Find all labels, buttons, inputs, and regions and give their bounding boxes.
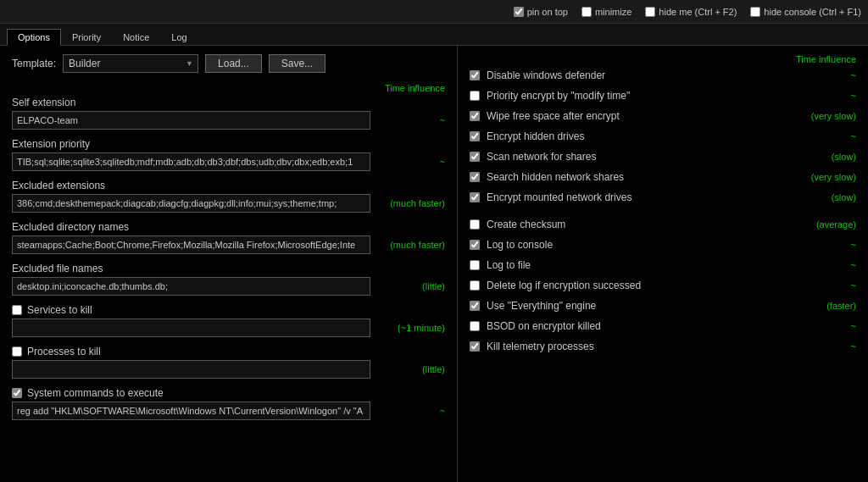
label-text-excluded-extensions: Excluded extensions [12,180,105,191]
label-text-system-commands: System commands to execute [27,387,164,399]
option-note-kill-telemetry-processes: ~ [797,341,856,352]
checkbox-processes-to-kill[interactable] [12,346,22,357]
option-row-create-checksum: Create checksum(average) [470,217,856,232]
title-bar-checks: pin on topminimizehide me (Ctrl + F2)hid… [514,7,861,17]
checkbox-encrypt-mounted-network-drives[interactable] [470,192,480,202]
input-services-to-kill[interactable] [12,319,370,337]
option-row-disable-windows-defender: Disable windows defender~ [470,68,856,83]
tabs-bar: OptionsPriorityNoticeLog [0,24,868,46]
option-label-scan-network-shares: Scan network for shares [487,151,797,163]
check-label-pin-on-top: pin on top [527,7,568,17]
option-row-delete-log-if-encryption-successed: Delete log if encryption successed~ [470,278,856,293]
checkbox-search-hidden-network-shares[interactable] [470,172,480,182]
option-row-encrypt-hidden-drives: Encrypt hidden drives~ [470,129,856,144]
checkbox-wipe-free-space[interactable] [470,111,480,121]
field-label-excluded-directory-names: Excluded directory names [12,221,445,233]
tab-notice[interactable]: Notice [112,29,160,46]
field-row-processes-to-kill: (little) [12,360,445,379]
field-section-system-commands: System commands to execute~ [12,387,445,420]
left-panel: Template: Builder Default Load... Save..… [0,46,458,482]
checkbox-services-to-kill[interactable] [12,305,22,315]
checkbox-disable-windows-defender[interactable] [470,70,480,80]
label-text-processes-to-kill: Processes to kill [27,346,101,357]
checkbox-hide-console[interactable] [750,7,760,17]
option-label-kill-telemetry-processes: Kill telemetry processes [487,341,797,352]
field-row-excluded-directory-names: (much faster) [12,235,445,254]
field-label-excluded-file-names: Excluded file names [12,263,445,274]
field-label-services-to-kill: Services to kill [12,304,445,316]
checkbox-pin-on-top[interactable] [514,7,524,17]
check-minimize[interactable]: minimize [581,7,632,17]
checkbox-priority-encrypt-modify-time[interactable] [470,91,480,101]
template-select-wrap[interactable]: Builder Default [63,54,198,73]
time-note-system-commands: ~ [377,406,445,416]
template-select[interactable]: Builder Default [63,54,198,73]
tab-log[interactable]: Log [160,29,198,46]
field-label-system-commands: System commands to execute [12,387,445,399]
time-note-self-extension: ~ [377,115,445,125]
checkbox-scan-network-shares[interactable] [470,152,480,162]
option-label-priority-encrypt-modify-time: Priority encrypt by "modify time" [487,90,797,102]
checkbox-use-everything-engine[interactable] [470,301,480,311]
time-note-excluded-file-names: (little) [377,281,445,291]
check-hide-console[interactable]: hide console (Ctrl + F1) [750,7,861,17]
option-note-delete-log-if-encryption-successed: ~ [797,280,856,291]
option-note-wipe-free-space: (very slow) [797,111,856,121]
label-text-self-extension: Self extension [12,97,75,108]
option-row-scan-network-shares: Scan network for shares(slow) [470,149,856,164]
option-label-delete-log-if-encryption-successed: Delete log if encryption successed [487,280,797,291]
checkbox-system-commands[interactable] [12,388,22,398]
main-content: Template: Builder Default Load... Save..… [0,46,868,482]
tab-priority[interactable]: Priority [61,29,112,46]
checkbox-minimize[interactable] [581,7,592,17]
option-row-priority-encrypt-modify-time: Priority encrypt by "modify time"~ [470,88,856,103]
tab-options[interactable]: Options [7,29,61,46]
time-note-extension-priority: ~ [377,157,445,167]
option-row-wipe-free-space: Wipe free space after encrypt(very slow) [470,108,856,124]
load-button[interactable]: Load... [205,54,262,73]
checkbox-log-to-console[interactable] [470,240,480,250]
time-note-processes-to-kill: (little) [377,364,445,374]
time-note-services-to-kill: (~1 minute) [377,323,445,333]
field-label-excluded-extensions: Excluded extensions [12,180,445,191]
checkbox-log-to-file[interactable] [470,260,480,270]
input-excluded-extensions[interactable] [12,194,370,213]
input-excluded-file-names[interactable] [12,277,370,296]
option-note-encrypt-hidden-drives: ~ [797,131,856,141]
time-note-excluded-extensions: (much faster) [377,198,445,208]
option-label-log-to-file: Log to file [487,259,797,271]
field-row-services-to-kill: (~1 minute) [12,319,445,337]
checkbox-bsod-on-encryptor-killed[interactable] [470,321,480,331]
divider-divider1 [470,210,856,217]
input-system-commands[interactable] [12,402,370,420]
input-excluded-directory-names[interactable] [12,235,370,254]
field-row-excluded-file-names: (little) [12,277,445,296]
label-text-extension-priority: Extension priority [12,138,90,150]
input-extension-priority[interactable] [12,152,370,171]
checkbox-hide-me[interactable] [645,7,655,17]
field-section-processes-to-kill: Processes to kill(little) [12,346,445,379]
check-label-minimize: minimize [595,7,632,17]
option-row-bsod-on-encryptor-killed: BSOD on encryptor killed~ [470,319,856,334]
field-section-excluded-directory-names: Excluded directory names(much faster) [12,221,445,254]
option-row-log-to-console: Log to console~ [470,237,856,252]
time-note-excluded-directory-names: (much faster) [377,240,445,250]
save-button[interactable]: Save... [269,54,326,73]
option-note-use-everything-engine: (faster) [797,301,856,311]
field-row-self-extension: ~ [12,111,445,130]
checkbox-delete-log-if-encryption-successed[interactable] [470,280,480,291]
option-row-encrypt-mounted-network-drives: Encrypt mounted network drives(slow) [470,190,856,205]
checkbox-encrypt-hidden-drives[interactable] [470,131,480,141]
field-section-extension-priority: Extension priority~ [12,138,445,171]
check-hide-me[interactable]: hide me (Ctrl + F2) [645,7,737,17]
input-processes-to-kill[interactable] [12,360,370,379]
option-note-search-hidden-network-shares: (very slow) [797,172,856,182]
option-label-log-to-console: Log to console [487,239,797,251]
option-row-use-everything-engine: Use "Everything" engine(faster) [470,298,856,313]
checkbox-create-checksum[interactable] [470,219,480,230]
checkbox-kill-telemetry-processes[interactable] [470,341,480,352]
title-bar: pin on topminimizehide me (Ctrl + F2)hid… [0,0,868,24]
template-label: Template: [12,58,56,69]
check-pin-on-top[interactable]: pin on top [514,7,568,17]
input-self-extension[interactable] [12,111,370,130]
